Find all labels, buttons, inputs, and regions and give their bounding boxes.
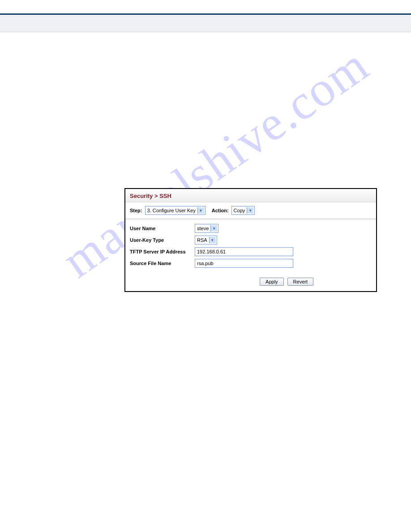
chevron-down-icon: ▾ xyxy=(209,237,216,243)
user-name-value: steve xyxy=(197,226,209,231)
step-label: Step: xyxy=(130,208,142,213)
tftp-ip-label: TFTP Server IP Address xyxy=(130,249,195,254)
page-top-bar xyxy=(0,13,411,32)
source-file-input[interactable] xyxy=(195,259,293,268)
row-user-key-type: User-Key Type RSA ▾ xyxy=(130,236,372,245)
step-select-value: 3. Configure User Key xyxy=(147,208,196,213)
apply-button[interactable]: Apply xyxy=(260,278,284,286)
breadcrumb-separator: > xyxy=(153,193,159,199)
source-file-label: Source File Name xyxy=(130,261,195,266)
user-key-type-select[interactable]: RSA ▾ xyxy=(195,236,217,245)
chevron-down-icon: ▾ xyxy=(210,225,217,232)
user-name-select[interactable]: steve ▾ xyxy=(195,224,218,233)
button-row: Apply Revert xyxy=(125,273,376,291)
row-source-file: Source File Name xyxy=(130,259,372,268)
chevron-down-icon: ▾ xyxy=(197,207,204,214)
panel-toolbar: Step: 3. Configure User Key ▾ Action: Co… xyxy=(125,202,376,219)
user-name-label: User Name xyxy=(130,226,195,231)
row-tftp-ip: TFTP Server IP Address xyxy=(130,247,372,256)
user-key-type-value: RSA xyxy=(197,237,207,243)
ssh-config-panel: Security > SSH Step: 3. Configure User K… xyxy=(124,188,377,292)
panel-breadcrumb: Security > SSH xyxy=(125,189,376,202)
breadcrumb-security: Security xyxy=(130,193,153,199)
tftp-ip-input[interactable] xyxy=(195,247,293,256)
user-key-type-label: User-Key Type xyxy=(130,237,195,243)
row-user-name: User Name steve ▾ xyxy=(130,224,372,233)
action-select-value: Copy xyxy=(234,208,245,213)
action-select[interactable]: Copy ▾ xyxy=(231,206,255,215)
step-select[interactable]: 3. Configure User Key ▾ xyxy=(145,206,206,215)
revert-button[interactable]: Revert xyxy=(287,278,313,286)
action-label: Action: xyxy=(212,208,229,213)
form-area: User Name steve ▾ User-Key Type RSA ▾ TF… xyxy=(125,219,376,273)
breadcrumb-ssh: SSH xyxy=(159,193,171,199)
chevron-down-icon: ▾ xyxy=(247,207,253,214)
